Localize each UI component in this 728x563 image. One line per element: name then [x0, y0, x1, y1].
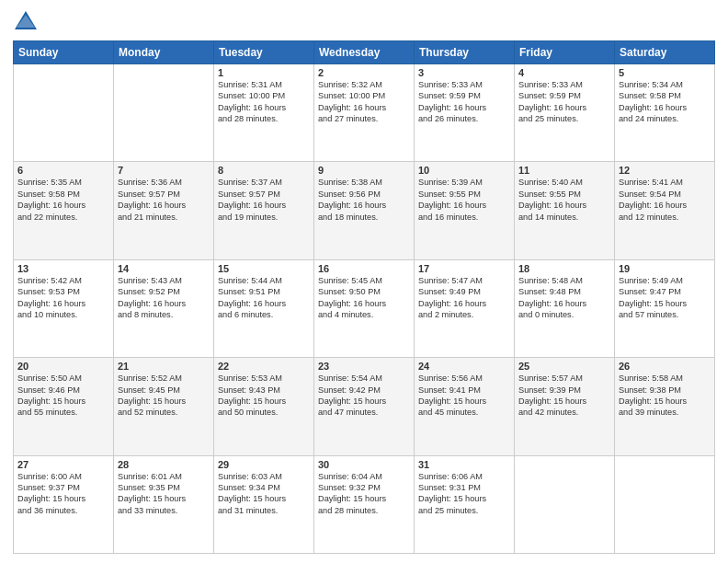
day-cell: 11Sunrise: 5:40 AM Sunset: 9:55 PM Dayli… — [515, 162, 615, 259]
day-number: 14 — [118, 263, 210, 274]
day-number: 23 — [318, 361, 410, 372]
day-number: 8 — [218, 165, 310, 176]
header-tuesday: Tuesday — [214, 41, 314, 64]
week-row-4: 20Sunrise: 5:50 AM Sunset: 9:46 PM Dayli… — [14, 358, 715, 455]
day-info: Sunrise: 5:57 AM Sunset: 9:39 PM Dayligh… — [518, 373, 610, 419]
day-info: Sunrise: 5:42 AM Sunset: 9:53 PM Dayligh… — [17, 275, 109, 321]
header — [13, 9, 715, 35]
day-number: 5 — [619, 67, 711, 78]
day-cell: 19Sunrise: 5:49 AM Sunset: 9:47 PM Dayli… — [615, 259, 715, 357]
day-number: 17 — [418, 263, 510, 274]
day-cell: 18Sunrise: 5:48 AM Sunset: 9:48 PM Dayli… — [515, 259, 615, 357]
day-cell: 22Sunrise: 5:53 AM Sunset: 9:43 PM Dayli… — [214, 358, 314, 455]
day-cell: 13Sunrise: 5:42 AM Sunset: 9:53 PM Dayli… — [14, 259, 114, 357]
calendar-table: SundayMondayTuesdayWednesdayThursdayFrid… — [13, 40, 715, 554]
day-number: 16 — [318, 263, 410, 274]
day-cell: 1Sunrise: 5:31 AM Sunset: 10:00 PM Dayli… — [214, 64, 314, 162]
day-number: 28 — [118, 459, 210, 470]
day-cell: 31Sunrise: 6:06 AM Sunset: 9:31 PM Dayli… — [415, 455, 515, 553]
day-info: Sunrise: 6:04 AM Sunset: 9:32 PM Dayligh… — [318, 471, 410, 517]
day-number: 20 — [17, 361, 109, 372]
day-number: 27 — [17, 459, 109, 470]
day-number: 18 — [518, 263, 610, 274]
day-info: Sunrise: 5:38 AM Sunset: 9:56 PM Dayligh… — [318, 177, 410, 223]
week-row-1: 1Sunrise: 5:31 AM Sunset: 10:00 PM Dayli… — [14, 64, 715, 162]
page: SundayMondayTuesdayWednesdayThursdayFrid… — [0, 0, 728, 563]
day-cell: 3Sunrise: 5:33 AM Sunset: 9:59 PM Daylig… — [415, 64, 515, 162]
day-cell — [114, 64, 214, 162]
day-info: Sunrise: 5:47 AM Sunset: 9:49 PM Dayligh… — [418, 275, 510, 321]
day-number: 26 — [619, 361, 711, 372]
day-cell: 2Sunrise: 5:32 AM Sunset: 10:00 PM Dayli… — [314, 64, 415, 162]
day-info: Sunrise: 5:53 AM Sunset: 9:43 PM Dayligh… — [218, 373, 310, 419]
logo-icon — [13, 9, 39, 35]
day-number: 21 — [118, 361, 210, 372]
week-row-3: 13Sunrise: 5:42 AM Sunset: 9:53 PM Dayli… — [14, 259, 715, 357]
day-number: 22 — [218, 361, 310, 372]
day-cell: 23Sunrise: 5:54 AM Sunset: 9:42 PM Dayli… — [314, 358, 415, 455]
day-number: 2 — [318, 67, 410, 78]
day-info: Sunrise: 5:39 AM Sunset: 9:55 PM Dayligh… — [418, 177, 510, 223]
day-number: 3 — [418, 67, 510, 78]
day-cell: 8Sunrise: 5:37 AM Sunset: 9:57 PM Daylig… — [214, 162, 314, 259]
header-sunday: Sunday — [14, 41, 114, 64]
day-info: Sunrise: 5:52 AM Sunset: 9:45 PM Dayligh… — [118, 373, 210, 419]
day-number: 9 — [318, 165, 410, 176]
day-cell: 15Sunrise: 5:44 AM Sunset: 9:51 PM Dayli… — [214, 259, 314, 357]
day-number: 15 — [218, 263, 310, 274]
day-number: 7 — [118, 165, 210, 176]
day-info: Sunrise: 5:45 AM Sunset: 9:50 PM Dayligh… — [318, 275, 410, 321]
header-saturday: Saturday — [615, 41, 715, 64]
day-info: Sunrise: 5:32 AM Sunset: 10:00 PM Daylig… — [318, 79, 410, 125]
day-info: Sunrise: 5:33 AM Sunset: 9:59 PM Dayligh… — [418, 79, 510, 125]
day-info: Sunrise: 5:33 AM Sunset: 9:59 PM Dayligh… — [518, 79, 610, 125]
day-info: Sunrise: 5:58 AM Sunset: 9:38 PM Dayligh… — [619, 373, 711, 419]
day-info: Sunrise: 5:31 AM Sunset: 10:00 PM Daylig… — [218, 79, 310, 125]
day-number: 10 — [418, 165, 510, 176]
day-cell: 5Sunrise: 5:34 AM Sunset: 9:58 PM Daylig… — [615, 64, 715, 162]
day-number: 6 — [17, 165, 109, 176]
day-number: 29 — [218, 459, 310, 470]
day-info: Sunrise: 5:41 AM Sunset: 9:54 PM Dayligh… — [619, 177, 711, 223]
day-number: 4 — [518, 67, 610, 78]
header-thursday: Thursday — [415, 41, 515, 64]
day-cell — [615, 455, 715, 553]
day-info: Sunrise: 5:48 AM Sunset: 9:48 PM Dayligh… — [518, 275, 610, 321]
day-number: 12 — [619, 165, 711, 176]
header-monday: Monday — [114, 41, 214, 64]
day-number: 11 — [518, 165, 610, 176]
day-number: 13 — [17, 263, 109, 274]
day-number: 1 — [218, 67, 310, 78]
day-number: 31 — [418, 459, 510, 470]
day-cell: 25Sunrise: 5:57 AM Sunset: 9:39 PM Dayli… — [515, 358, 615, 455]
day-info: Sunrise: 5:56 AM Sunset: 9:41 PM Dayligh… — [418, 373, 510, 419]
day-cell: 20Sunrise: 5:50 AM Sunset: 9:46 PM Dayli… — [14, 358, 114, 455]
day-info: Sunrise: 5:35 AM Sunset: 9:58 PM Dayligh… — [17, 177, 109, 223]
day-cell: 24Sunrise: 5:56 AM Sunset: 9:41 PM Dayli… — [415, 358, 515, 455]
day-info: Sunrise: 5:54 AM Sunset: 9:42 PM Dayligh… — [318, 373, 410, 419]
day-info: Sunrise: 5:43 AM Sunset: 9:52 PM Dayligh… — [118, 275, 210, 321]
day-cell: 28Sunrise: 6:01 AM Sunset: 9:35 PM Dayli… — [114, 455, 214, 553]
day-info: Sunrise: 5:40 AM Sunset: 9:55 PM Dayligh… — [518, 177, 610, 223]
week-row-2: 6Sunrise: 5:35 AM Sunset: 9:58 PM Daylig… — [14, 162, 715, 259]
day-cell: 27Sunrise: 6:00 AM Sunset: 9:37 PM Dayli… — [14, 455, 114, 553]
day-cell: 10Sunrise: 5:39 AM Sunset: 9:55 PM Dayli… — [415, 162, 515, 259]
week-row-5: 27Sunrise: 6:00 AM Sunset: 9:37 PM Dayli… — [14, 455, 715, 553]
day-info: Sunrise: 5:34 AM Sunset: 9:58 PM Dayligh… — [619, 79, 711, 125]
day-cell: 14Sunrise: 5:43 AM Sunset: 9:52 PM Dayli… — [114, 259, 214, 357]
day-cell: 16Sunrise: 5:45 AM Sunset: 9:50 PM Dayli… — [314, 259, 415, 357]
day-cell: 29Sunrise: 6:03 AM Sunset: 9:34 PM Dayli… — [214, 455, 314, 553]
svg-marker-1 — [17, 15, 35, 28]
header-wednesday: Wednesday — [314, 41, 415, 64]
day-cell: 12Sunrise: 5:41 AM Sunset: 9:54 PM Dayli… — [615, 162, 715, 259]
day-number: 19 — [619, 263, 711, 274]
day-cell: 30Sunrise: 6:04 AM Sunset: 9:32 PM Dayli… — [314, 455, 415, 553]
day-cell: 17Sunrise: 5:47 AM Sunset: 9:49 PM Dayli… — [415, 259, 515, 357]
day-number: 30 — [318, 459, 410, 470]
day-info: Sunrise: 6:03 AM Sunset: 9:34 PM Dayligh… — [218, 471, 310, 517]
day-cell — [515, 455, 615, 553]
day-cell — [14, 64, 114, 162]
day-info: Sunrise: 5:44 AM Sunset: 9:51 PM Dayligh… — [218, 275, 310, 321]
day-info: Sunrise: 6:01 AM Sunset: 9:35 PM Dayligh… — [118, 471, 210, 517]
day-info: Sunrise: 5:36 AM Sunset: 9:57 PM Dayligh… — [118, 177, 210, 223]
